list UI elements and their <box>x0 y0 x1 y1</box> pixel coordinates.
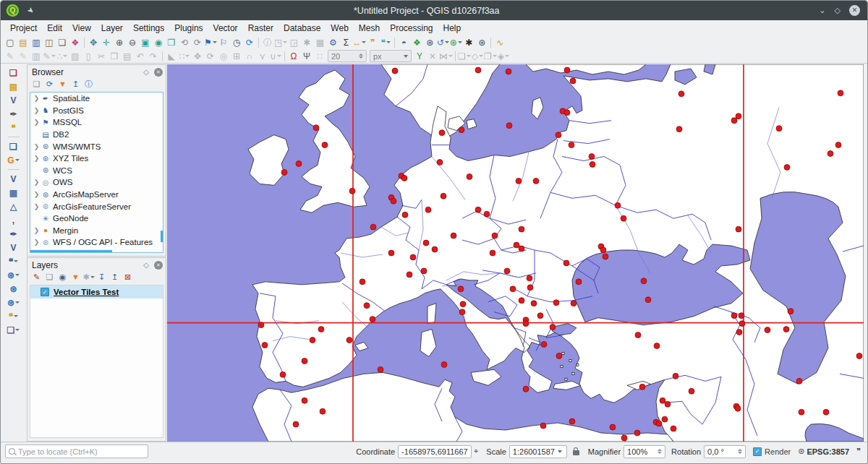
browser-item-arcgismapserver[interactable]: ❯⊛ArcGisMapServer <box>30 189 163 201</box>
expand-chevron-icon[interactable]: ❯ <box>33 119 41 126</box>
save-layer-edits-button[interactable]: ▥ <box>30 50 43 62</box>
menu-raster[interactable]: Raster <box>243 22 278 35</box>
map-canvas[interactable] <box>167 64 864 442</box>
mesh-calculator-button[interactable]: ∿ <box>493 36 506 48</box>
digitize-dropdown-button[interactable]: ✎ <box>43 50 56 62</box>
browser-item-ows[interactable]: ❯◎OWS <box>30 176 163 189</box>
close-button[interactable]: ✕ <box>849 5 860 16</box>
menu-processing[interactable]: Processing <box>385 22 438 35</box>
add-spatialite-layer-button[interactable]: ✒ <box>7 228 20 240</box>
current-edits-button[interactable]: ✎ <box>4 50 17 62</box>
lock-scale-icon[interactable] <box>573 450 579 455</box>
new-geopackage-layer-button[interactable]: ▤ <box>7 80 20 93</box>
construction-tools-button[interactable]: ∷ <box>178 50 191 62</box>
show-spatial-bookmarks-button[interactable]: ⚐ <box>217 36 230 48</box>
refresh-map-button[interactable]: ⟳ <box>243 36 256 48</box>
snapping-tolerance-spin[interactable]: 20 <box>328 50 367 62</box>
collapse-all-layers-button[interactable]: ↥ <box>109 272 121 283</box>
zoom-last-button[interactable]: ⟲ <box>178 36 191 48</box>
menu-mesh[interactable]: Mesh <box>354 22 385 35</box>
refresh-browser-button[interactable]: ⟳ <box>43 79 56 90</box>
add-layer-definition-button[interactable]: ❏ <box>7 140 20 152</box>
open-layer-styling-button[interactable]: ✎ <box>30 272 43 283</box>
add-postgis-layer-button[interactable]: ❝ <box>7 255 20 267</box>
digitize-with-curve-button[interactable]: ❏ <box>458 50 471 62</box>
expand-all-button[interactable]: ↧ <box>95 272 108 283</box>
browser-item-xyz-tiles[interactable]: ❯⊛XYZ Tiles <box>30 152 163 165</box>
save-project-as-button[interactable]: ◫ <box>43 36 56 48</box>
new-print-layout-button[interactable]: ❏ <box>56 36 69 48</box>
undo-button[interactable]: ↶ <box>134 50 147 62</box>
new-spatialite-layer-button[interactable]: ✒ <box>7 108 20 120</box>
modify-attributes-button[interactable]: ▨ <box>69 50 82 62</box>
filter-legend-button[interactable]: ▼ <box>69 272 82 283</box>
remove-layer-button[interactable]: ⊠ <box>122 272 134 283</box>
select-features-button[interactable]: ◳ <box>274 36 287 48</box>
add-wms-layer-button[interactable]: ⊛ <box>7 269 20 281</box>
filter-browser-button[interactable]: ▼ <box>56 79 69 90</box>
redo-button[interactable]: ↷ <box>147 50 160 62</box>
browser-item-spatialite[interactable]: ❯✒SpatiaLite <box>30 93 163 105</box>
expand-chevron-icon[interactable]: ❯ <box>33 191 41 198</box>
new-spatial-bookmark-button[interactable]: ⚑ <box>204 36 217 48</box>
open-project-button[interactable]: ▤ <box>17 36 30 48</box>
identify-features-button[interactable]: ⓘ <box>261 36 274 48</box>
browser-item-postgis[interactable]: ❯♞PostGIS <box>30 105 163 117</box>
merge-features-button[interactable]: ∪ <box>269 50 282 62</box>
processing-toolbox-button[interactable]: ⚙ <box>326 36 339 48</box>
pan-to-selection-button[interactable]: ✛ <box>100 36 113 48</box>
maximize-button[interactable]: ◇ <box>835 7 841 14</box>
messages-icon[interactable]: ❞ <box>856 447 861 456</box>
add-wcs-layer-button[interactable]: ⊛ <box>7 283 20 295</box>
add-wfs-layer-button[interactable]: ⊛ <box>7 296 20 309</box>
debugging-tools-button[interactable]: ✱ <box>462 36 475 48</box>
horizontal-scrollbar[interactable] <box>30 250 112 252</box>
avoid-overlap-button[interactable]: ✕ <box>426 50 439 62</box>
new-annotation-button[interactable]: ❝ <box>379 36 392 48</box>
filter-by-expression-button[interactable]: ✱ <box>82 272 95 283</box>
browser-item-wfs-ogc-api-features[interactable]: ❯⊛WFS / OGC API - Features <box>30 236 163 249</box>
properties-widget-button[interactable]: ⓘ <box>82 79 95 90</box>
python-console-button[interactable]: ◓ <box>397 36 410 48</box>
zoom-to-selection-button[interactable]: ◉ <box>152 36 165 48</box>
menu-database[interactable]: Database <box>278 22 326 35</box>
reshape-features-button[interactable]: ∩ <box>243 50 256 62</box>
scale-combo[interactable]: 1:26001587 <box>509 445 567 458</box>
rotate-feature-button[interactable]: ⟳ <box>204 50 217 62</box>
browser-close-button[interactable]: ✕ <box>154 68 163 77</box>
magnifier-spin[interactable]: 100% <box>624 445 665 458</box>
coordinate-input[interactable]: -1658975,6911667 <box>398 445 472 458</box>
menu-view[interactable]: View <box>67 22 96 35</box>
collapse-all-button[interactable]: ↥ <box>69 79 82 90</box>
add-vector-layer-button[interactable]: V <box>7 173 20 185</box>
paste-features-button[interactable]: ▤ <box>121 50 134 62</box>
menu-web[interactable]: Web <box>326 22 353 35</box>
new-geopackage-button[interactable]: G <box>7 154 20 166</box>
zoom-next-button[interactable]: ⟳ <box>191 36 204 48</box>
enable-snapping-button[interactable]: Ω <box>287 50 300 62</box>
data-source-manager-button[interactable]: ❏ <box>7 66 20 79</box>
menu-plugins[interactable]: Plugins <box>169 22 208 35</box>
add-part-button[interactable]: ⊞ <box>230 50 243 62</box>
browser-item-geonode[interactable]: ✳GeoNode <box>30 212 163 225</box>
snapping-tolerance-icon-button[interactable]: ∷ <box>313 50 326 62</box>
statistics-summary-button[interactable]: Σ <box>339 36 352 48</box>
delete-selected-button[interactable]: ▯ <box>82 50 95 62</box>
copy-move-features-button[interactable]: ❐ <box>484 50 497 62</box>
map-tips-button[interactable]: ❞ <box>366 36 379 48</box>
manage-map-themes-button[interactable]: ◉ <box>56 272 69 283</box>
zoom-full-button[interactable]: ▣ <box>139 36 152 48</box>
add-raster-layer-button[interactable]: ▦ <box>7 186 20 199</box>
add-virtual-layer-button[interactable]: V <box>7 241 20 254</box>
add-ring-button[interactable]: ◎ <box>217 50 230 62</box>
style-manager-button[interactable]: ❖ <box>69 36 82 48</box>
browser-item-db2[interactable]: ▤DB2 <box>30 129 163 141</box>
enable-tracing-button[interactable]: Y <box>413 50 426 62</box>
browser-item-wms-wmts[interactable]: ❯⊛WMS/WMTS <box>30 140 163 152</box>
expand-chevron-icon[interactable]: ❯ <box>33 155 41 162</box>
new-project-button[interactable]: ▢ <box>4 36 17 48</box>
add-mesh-layer-button[interactable]: △ <box>7 200 20 212</box>
expand-chevron-icon[interactable]: ❯ <box>33 203 41 210</box>
expand-chevron-icon[interactable]: ❯ <box>33 95 41 102</box>
rotation-spin[interactable]: 0,0 ° <box>704 445 746 458</box>
